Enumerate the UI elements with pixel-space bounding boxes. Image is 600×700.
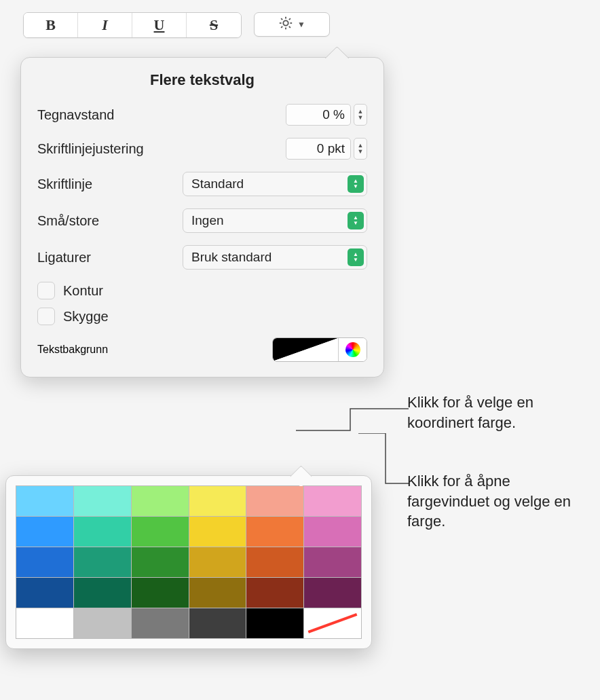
text-background-label: Tekstbakgrunn (37, 344, 108, 356)
svg-line-6 (289, 26, 290, 28)
more-options-button[interactable]: ▼ (254, 12, 330, 37)
updown-arrows-icon: ▲▼ (348, 175, 364, 193)
italic-button[interactable]: I (78, 13, 132, 37)
baseline-shift-stepper: ▲▼ (286, 138, 367, 160)
baseline-dropdown-value: Standard (191, 177, 244, 191)
character-spacing-stepper-arrows[interactable]: ▲▼ (354, 104, 367, 126)
strikethrough-button[interactable]: S (187, 13, 241, 37)
ligatures-dropdown-value: Bruk standard (191, 250, 271, 265)
callout-coordinated-color: Klikk for å velge en koordinert farge. (407, 392, 584, 432)
color-swatch[interactable] (189, 608, 246, 638)
color-swatch[interactable] (304, 517, 361, 547)
color-swatch[interactable] (16, 486, 73, 516)
more-text-options-popover: Flere tekstvalg Tegnavstand ▲▼ Skriftlin… (20, 57, 384, 377)
character-spacing-input[interactable] (286, 104, 351, 126)
baseline-label: Skriftlinje (37, 177, 92, 192)
color-swatch[interactable] (16, 517, 73, 547)
baseline-shift-input[interactable] (286, 138, 351, 160)
color-swatch[interactable] (246, 547, 303, 577)
shadow-checkbox[interactable] (37, 308, 55, 325)
svg-line-8 (289, 18, 290, 20)
underline-button[interactable]: U (132, 13, 187, 37)
capitalization-label: Små/store (37, 213, 99, 229)
color-swatch[interactable] (189, 547, 246, 577)
color-picker-button[interactable] (338, 338, 367, 361)
updown-arrows-icon: ▲▼ (348, 212, 364, 229)
color-swatch[interactable] (16, 608, 73, 638)
svg-point-0 (283, 20, 288, 25)
text-style-toolbar: B I U S ▼ (20, 8, 384, 45)
popover-title: Flere tekstvalg (37, 71, 367, 89)
color-swatch[interactable] (132, 547, 189, 577)
coordinated-color-well[interactable] (273, 338, 338, 361)
color-swatch[interactable] (246, 578, 303, 608)
color-swatch[interactable] (189, 578, 246, 608)
ligatures-label: Ligaturer (37, 250, 91, 265)
color-swatch[interactable] (132, 608, 189, 638)
color-swatch-grid (16, 485, 362, 639)
character-spacing-label: Tegnavstand (37, 107, 114, 123)
baseline-shift-stepper-arrows[interactable]: ▲▼ (354, 138, 367, 160)
outline-checkbox[interactable] (37, 282, 55, 299)
style-segmented-control: B I U S (23, 12, 242, 38)
color-wheel-icon (345, 342, 360, 357)
color-swatch[interactable] (189, 486, 246, 516)
baseline-shift-label: Skriftlinjejustering (37, 141, 144, 157)
color-swatch[interactable] (304, 578, 361, 608)
text-background-color-wells (272, 337, 367, 362)
color-swatch[interactable] (304, 608, 361, 638)
baseline-dropdown[interactable]: Standard ▲▼ (183, 172, 367, 196)
color-swatch[interactable] (16, 578, 73, 608)
shadow-label: Skygge (63, 309, 109, 325)
callout-color-window: Klikk for å åpne fargevinduet og velge e… (407, 471, 584, 532)
color-swatch[interactable] (74, 486, 131, 516)
color-swatch[interactable] (304, 547, 361, 577)
color-swatch[interactable] (246, 486, 303, 516)
bold-button[interactable]: B (24, 13, 78, 37)
updown-arrows-icon: ▲▼ (348, 248, 364, 266)
color-swatch[interactable] (132, 578, 189, 608)
color-swatch[interactable] (189, 517, 246, 547)
outline-label: Kontur (63, 283, 103, 299)
gear-icon (278, 16, 293, 33)
color-swatch[interactable] (74, 608, 131, 638)
color-swatch[interactable] (132, 486, 189, 516)
color-swatch[interactable] (246, 608, 303, 638)
svg-line-7 (281, 26, 282, 28)
character-spacing-stepper: ▲▼ (286, 104, 367, 126)
ligatures-dropdown[interactable]: Bruk standard ▲▼ (183, 245, 367, 270)
color-swatch[interactable] (74, 547, 131, 577)
color-swatch[interactable] (16, 547, 73, 577)
color-swatch[interactable] (74, 578, 131, 608)
svg-line-5 (281, 18, 282, 20)
color-swatch-popover (5, 475, 372, 649)
color-swatch[interactable] (246, 517, 303, 547)
capitalization-dropdown-value: Ingen (191, 213, 224, 228)
capitalization-dropdown[interactable]: Ingen ▲▼ (183, 208, 367, 233)
color-swatch[interactable] (304, 486, 361, 516)
chevron-down-icon: ▼ (297, 20, 305, 29)
color-swatch[interactable] (132, 517, 189, 547)
color-swatch[interactable] (74, 517, 131, 547)
